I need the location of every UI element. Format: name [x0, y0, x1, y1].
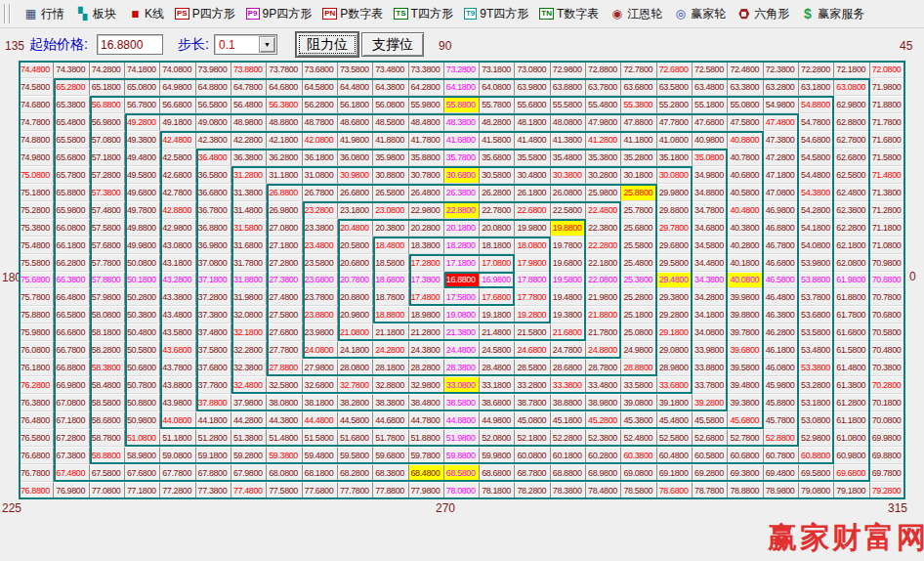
market-grid-icon: ▦ — [23, 7, 38, 21]
price-cell: 26.0800 — [551, 184, 586, 201]
price-cell: 17.1800 — [444, 254, 480, 272]
price-cell: 22.4800 — [586, 201, 621, 219]
price-cell: 52.8800 — [764, 429, 799, 447]
price-cell: 51.1800 — [160, 429, 195, 447]
price-cell: 67.5800 — [90, 464, 125, 482]
price-cell: 46.6800 — [764, 254, 799, 272]
price-cell: 45.2800 — [586, 411, 621, 429]
parameter-bar: 起始价格: 步长: 0.1 ▼ 阻力位 支撑位 — [0, 28, 924, 60]
price-cell: 36.0800 — [338, 149, 373, 166]
step-dropdown-button[interactable]: ▼ — [259, 36, 275, 53]
price-cell: 64.1800 — [444, 78, 480, 96]
price-cell: 72.4800 — [728, 61, 763, 78]
price-cell: 34.6800 — [693, 219, 728, 237]
price-cell: 46.5800 — [764, 272, 799, 289]
step-select[interactable]: 0.1 ▼ — [214, 34, 277, 55]
price-cell: 48.4800 — [409, 113, 444, 131]
support-button[interactable]: 支撑位 — [361, 32, 424, 57]
dollar-icon: $ — [800, 7, 815, 21]
toolbar-gripper[interactable] — [4, 4, 11, 23]
price-cell: 61.4800 — [834, 359, 869, 376]
angle-label-middle-right: 0 — [909, 270, 916, 283]
price-cell: 20.6800 — [338, 254, 373, 272]
price-cell: 53.9800 — [799, 254, 834, 272]
price-cell: 58.7800 — [90, 429, 125, 447]
start-price-input[interactable] — [97, 34, 163, 55]
price-cell: 73.5800 — [338, 61, 373, 78]
price-cell: 42.7800 — [160, 184, 195, 201]
price-cell: 20.3800 — [373, 219, 408, 237]
price-cell: 76.0800 — [19, 341, 54, 359]
price-cell: 43.1800 — [160, 254, 195, 272]
price-cell: 60.9800 — [834, 447, 869, 464]
price-cell: 77.9800 — [409, 482, 444, 499]
price-cell: 19.8800 — [551, 219, 586, 237]
price-cell: 46.1800 — [764, 341, 799, 359]
price-cell: 73.9800 — [196, 61, 231, 78]
price-cell: 54.0800 — [799, 237, 834, 254]
price-cell: 78.7800 — [693, 482, 728, 499]
price-cell: 26.2800 — [480, 184, 515, 201]
toolbar-item-kline[interactable]: ▮▮K线 — [127, 6, 164, 22]
toolbar-item-9t-square[interactable]: T99T四方形 — [464, 6, 528, 22]
price-cell: 68.4800 — [409, 464, 444, 482]
resistance-button[interactable]: 阻力位 — [296, 32, 358, 57]
price-cell: 48.5800 — [373, 113, 408, 131]
toolbar-item-sectors[interactable]: ▚板块 — [75, 6, 116, 22]
toolbar-item-gann-wheel[interactable]: ◉江恩轮 — [609, 6, 662, 22]
price-cell: 25.6800 — [621, 219, 656, 237]
price-cell: 21.0800 — [338, 324, 373, 341]
price-cell: 52.9800 — [799, 429, 834, 447]
price-cell: 53.5800 — [799, 324, 834, 341]
price-cell: 18.3800 — [409, 237, 444, 254]
price-cell: 17.2800 — [409, 254, 444, 272]
price-cell: 58.6800 — [90, 411, 125, 429]
price-cell: 25.2800 — [621, 288, 656, 306]
price-cell: 41.9800 — [338, 131, 373, 149]
price-cell: 42.6800 — [160, 166, 195, 184]
price-cell: 34.7800 — [693, 201, 728, 219]
toolbar-item-winner-wheel[interactable]: ◎赢家轮 — [673, 6, 726, 22]
toolbar-item-quotes[interactable]: ▦行情 — [23, 6, 64, 22]
price-cell: 58.4800 — [90, 376, 125, 394]
price-cell: 53.7800 — [799, 288, 834, 306]
price-cell: 42.8800 — [160, 201, 195, 219]
toolbar-item-p-square[interactable]: PSP四方形 — [175, 6, 235, 22]
price-cell: 58.0800 — [90, 306, 125, 324]
price-cell: 30.8800 — [373, 166, 408, 184]
price-cell: 31.1800 — [267, 166, 302, 184]
toolbar-item-t-square[interactable]: TST四方形 — [394, 6, 453, 22]
step-label: 步长: — [178, 36, 209, 54]
price-cell: 49.1800 — [160, 113, 195, 131]
price-cell: 68.0800 — [267, 464, 302, 482]
price-cell: 43.8800 — [160, 376, 195, 394]
price-cell: 23.9800 — [303, 324, 338, 341]
price-cell: 48.0800 — [551, 113, 586, 131]
price-cell: 55.1800 — [693, 96, 728, 113]
price-cell: 54.9800 — [764, 96, 799, 113]
price-cell: 46.9800 — [764, 201, 799, 219]
price-cell: 38.6800 — [480, 394, 515, 411]
toolbar-item-winner-service[interactable]: $赢家服务 — [800, 6, 864, 22]
price-cell: 77.8800 — [373, 482, 408, 499]
price-cell: 49.5800 — [125, 166, 160, 184]
toolbar-item-p-number-table[interactable]: PNP数字表 — [322, 6, 383, 22]
toolbar-item-9p-square[interactable]: P99P四方形 — [246, 6, 312, 22]
toolbar-item-t-number-table[interactable]: TNT数字表 — [539, 6, 599, 22]
price-cell: 43.2800 — [160, 272, 195, 289]
price-cell: 22.7800 — [480, 201, 515, 219]
price-cell: 72.3800 — [764, 61, 799, 78]
price-cell: 39.8800 — [728, 306, 763, 324]
price-cell: 60.8800 — [799, 447, 834, 464]
price-cell: 40.5800 — [728, 184, 763, 201]
price-cell: 44.9800 — [480, 411, 515, 429]
price-cell: 61.9800 — [834, 272, 869, 289]
price-cell: 17.3800 — [409, 272, 444, 289]
price-cell: 50.7800 — [125, 376, 160, 394]
price-cell: 77.2800 — [160, 482, 195, 499]
toolbar-item-hexagon[interactable]: 六角形 — [736, 6, 789, 22]
price-cell: 55.8800 — [444, 96, 480, 113]
price-cell: 20.5800 — [338, 237, 373, 254]
price-cell: 45.7800 — [764, 411, 799, 429]
price-cell: 32.2800 — [231, 341, 267, 359]
